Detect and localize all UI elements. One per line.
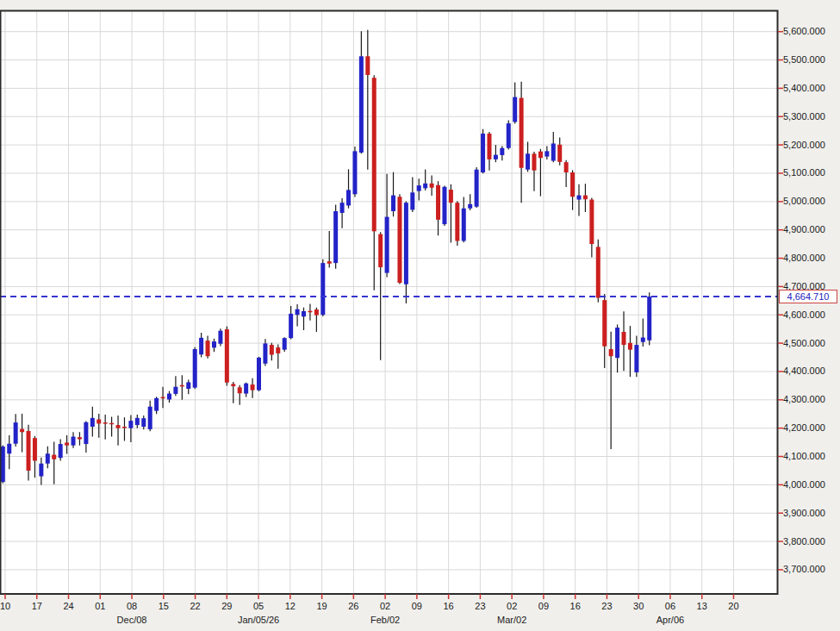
price-axis-label: 4,100.000 <box>783 451 825 462</box>
candle-down <box>270 345 274 354</box>
candle-down <box>251 384 255 390</box>
candle-up <box>352 151 357 194</box>
candle-down <box>557 145 562 162</box>
date-axis-day-label: 16 <box>444 601 454 612</box>
candle-down <box>206 340 210 356</box>
candle-up <box>167 394 171 400</box>
candle-up <box>193 349 197 388</box>
candle-down <box>20 429 24 433</box>
price-axis-label: 3,800.000 <box>783 536 825 547</box>
candle-down <box>308 311 312 313</box>
date-axis-day-label: 29 <box>221 601 232 612</box>
candle-down <box>225 329 229 383</box>
candle-down <box>52 455 56 459</box>
date-axis-day-label: 13 <box>697 601 707 612</box>
date-axis-day-label: 30 <box>633 601 644 612</box>
candle-down <box>520 98 524 168</box>
candle-up <box>481 134 485 172</box>
candle-up <box>359 56 364 153</box>
candle-down <box>564 162 569 172</box>
candle-up <box>244 384 248 394</box>
plot-area[interactable] <box>0 0 840 631</box>
candle-up <box>289 314 293 338</box>
candle-up <box>90 418 95 427</box>
price-axis-label: 5,000.000 <box>783 196 825 207</box>
candle-up <box>84 422 88 444</box>
candle-up <box>333 211 338 263</box>
candle-down <box>570 172 575 197</box>
candle-down <box>430 184 434 188</box>
candle-up <box>641 338 645 342</box>
candle-up <box>346 190 351 205</box>
candle-up <box>526 153 530 169</box>
date-axis-day-label: 23 <box>475 601 485 612</box>
candle-up <box>59 444 63 458</box>
date-axis-day-label: 01 <box>95 601 105 612</box>
candle-up <box>417 185 421 191</box>
date-axis-day-label: 09 <box>412 601 422 612</box>
date-axis-day-label: 12 <box>285 601 296 612</box>
date-axis-day-label: 16 <box>570 601 581 612</box>
date-axis-month-label: Mar/02 <box>497 615 526 626</box>
date-axis-day-label: 17 <box>32 601 42 612</box>
price-axis-label: 3,700.000 <box>783 564 825 575</box>
candle-up <box>475 170 479 207</box>
candle-up <box>385 217 389 273</box>
date-axis-day-label: 10 <box>0 601 10 612</box>
candle-down <box>116 425 121 428</box>
last-price-label: 4,664.710 <box>787 291 830 302</box>
date-axis-day-label: 26 <box>348 601 358 612</box>
candle-up <box>423 184 427 189</box>
candle-down <box>103 422 108 424</box>
candle-up <box>647 297 651 340</box>
candle-up <box>320 263 325 315</box>
candle-down <box>238 387 242 393</box>
candle-down <box>327 261 332 264</box>
price-axis-label: 4,600.000 <box>783 309 825 321</box>
candle-up <box>551 143 556 160</box>
candle-down <box>397 197 401 283</box>
candle-down <box>365 56 370 75</box>
candle-down <box>436 185 440 220</box>
price-axis-label: 4,900.000 <box>783 224 825 235</box>
candle-up <box>615 328 619 358</box>
candle-up <box>462 209 466 241</box>
candle-down <box>538 152 543 159</box>
date-axis-day-label: 02 <box>380 601 390 612</box>
price-axis-label: 4,500.000 <box>783 338 825 349</box>
candle-up <box>500 148 504 155</box>
candle-down <box>378 234 383 267</box>
price-axis-label: 5,400.000 <box>783 83 825 94</box>
candle-up <box>154 398 159 411</box>
date-axis-day-label: 19 <box>316 601 327 612</box>
candle-up <box>212 341 216 347</box>
date-axis-day-label: 23 <box>601 601 612 612</box>
candle-up <box>257 358 261 390</box>
date-axis-day-label: 06 <box>665 601 675 612</box>
candle-up <box>135 418 140 425</box>
candle-down <box>161 397 165 399</box>
date-axis-day-label: 05 <box>253 601 264 612</box>
candle-down <box>276 347 280 353</box>
price-axis-label: 3,900.000 <box>783 508 825 519</box>
price-axis-label: 4,800.000 <box>783 253 825 264</box>
candle-up <box>218 331 222 344</box>
candle-up <box>14 422 18 444</box>
candle-up <box>46 453 50 463</box>
candle-up <box>296 309 300 316</box>
candle-up <box>391 196 395 211</box>
candle-up <box>173 387 177 394</box>
date-axis-day-label: 08 <box>127 601 137 612</box>
candle-down <box>455 203 459 241</box>
price-axis-label: 5,100.000 <box>783 167 825 178</box>
date-axis-day-label: 22 <box>190 601 200 612</box>
date-axis-day-label: 09 <box>538 601 549 612</box>
candle-up <box>302 311 306 316</box>
candle-down <box>180 385 184 387</box>
candle-up <box>283 338 287 349</box>
candle-up <box>148 407 152 429</box>
date-axis-month-label: Dec/08 <box>117 615 147 626</box>
candle-down <box>596 247 600 297</box>
candle-up <box>544 151 549 156</box>
candle-down <box>231 384 235 386</box>
